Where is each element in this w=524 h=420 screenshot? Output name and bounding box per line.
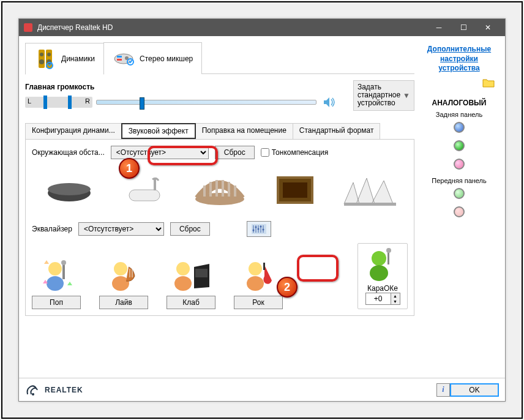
preset-live-icon <box>102 257 145 293</box>
loudness-checkbox[interactable]: Тонкомпенсация <box>261 148 329 157</box>
svg-rect-15 <box>154 179 156 190</box>
balance-r-label: R <box>85 97 90 105</box>
svg-point-28 <box>47 276 64 291</box>
svg-point-30 <box>61 260 66 265</box>
subtab-room-correction[interactable]: Поправка на помещение <box>195 123 293 139</box>
info-button[interactable]: i <box>436 383 450 397</box>
preset-rock-icon <box>237 257 280 293</box>
tab-stereo-mix[interactable]: Стерео микшер <box>103 42 202 74</box>
environment-label: Окружающая обста... <box>32 148 105 157</box>
karaoke-panel: КараОКе ▲▼ <box>357 243 408 309</box>
realtek-logo: REALTEK <box>25 383 83 397</box>
tab-speakers[interactable]: Динамики <box>25 43 104 75</box>
maximize-button[interactable]: ☐ <box>451 19 476 36</box>
realtek-manager-window: Диспетчер Realtek HD ─ ☐ ✕ Динамики Стер… <box>18 18 506 402</box>
jack-rear-green[interactable] <box>454 140 465 151</box>
environment-reset-button[interactable]: Сброс <box>215 146 255 159</box>
device-tabs: Динамики Стерео микшер <box>25 42 414 74</box>
jack-front-green[interactable] <box>454 188 465 199</box>
graphic-eq-button[interactable] <box>247 221 271 237</box>
svg-rect-8 <box>117 56 122 58</box>
loudness-label: Тонкомпенсация <box>272 148 329 157</box>
balance-slider[interactable]: L R <box>25 97 92 108</box>
preset-rock-button[interactable]: Рок <box>234 296 283 309</box>
advanced-settings-link[interactable]: Дополнительные настройки устройства <box>419 45 499 73</box>
karaoke-label: КараОКе <box>367 284 398 293</box>
svg-point-25 <box>260 225 261 227</box>
svg-point-43 <box>32 393 34 396</box>
svg-point-23 <box>255 226 256 228</box>
svg-point-39 <box>372 251 386 266</box>
close-button[interactable]: ✕ <box>476 19 500 36</box>
main-volume-slider[interactable] <box>96 100 316 105</box>
svg-point-31 <box>114 262 127 276</box>
set-default-label: Задать стандартное устройство <box>357 83 400 108</box>
subtab-default-format[interactable]: Стандартный формат <box>293 123 381 139</box>
equalizer-label: Эквалайзер <box>32 225 72 233</box>
pitch-up[interactable]: ▲ <box>391 293 400 299</box>
jack-rear-pink[interactable] <box>454 159 465 170</box>
set-default-device[interactable]: Задать стандартное устройство ▼ <box>353 80 414 111</box>
svg-point-4 <box>39 59 44 64</box>
speaker-icon <box>24 23 32 32</box>
svg-point-40 <box>370 265 388 281</box>
svg-rect-0 <box>39 50 45 68</box>
env-preset-bathroom[interactable] <box>111 170 178 210</box>
environment-select[interactable]: <Отсутствует> <box>111 146 209 159</box>
svg-point-37 <box>247 276 264 291</box>
jack-rear-blue[interactable] <box>454 122 465 133</box>
svg-point-34 <box>174 276 192 291</box>
preset-pop-button[interactable]: Поп <box>32 296 81 309</box>
preset-live-button[interactable]: Лайв <box>99 296 148 309</box>
titlebar[interactable]: Диспетчер Realtek HD ─ ☐ ✕ <box>19 19 505 36</box>
mute-button[interactable] <box>320 94 337 111</box>
balance-l-label: L <box>28 97 31 105</box>
tab-stereo-mix-label: Стерео микшер <box>140 54 193 63</box>
svg-rect-19 <box>283 182 307 198</box>
env-preset-opera[interactable] <box>337 170 404 210</box>
svg-rect-41 <box>387 251 389 264</box>
subtab-speaker-config[interactable]: Конфигурация динами... <box>25 123 122 139</box>
svg-rect-38 <box>263 263 265 270</box>
karaoke-pitch-stepper[interactable]: ▲▼ <box>365 293 400 305</box>
svg-rect-35 <box>195 269 208 277</box>
volume-title: Главная громкость <box>25 83 337 91</box>
preset-club-icon <box>170 257 212 293</box>
svg-point-26 <box>262 228 264 230</box>
svg-point-24 <box>257 228 259 230</box>
speakers-icon <box>34 48 56 70</box>
svg-point-27 <box>48 262 62 276</box>
svg-rect-14 <box>129 190 160 201</box>
svg-point-2 <box>40 53 43 56</box>
env-preset-stone[interactable] <box>36 170 103 210</box>
chevron-down-icon: ▼ <box>403 91 410 100</box>
front-panel-label: Передняя панель <box>432 177 487 184</box>
svg-rect-20 <box>344 203 396 206</box>
svg-point-13 <box>48 183 91 195</box>
svg-rect-29 <box>62 264 65 279</box>
svg-rect-9 <box>117 59 122 61</box>
equalizer-reset-button[interactable]: Сброс <box>170 222 210 236</box>
preset-club-button[interactable]: Клаб <box>167 296 215 309</box>
rear-panel-label: Задняя панель <box>436 111 482 118</box>
karaoke-icon <box>364 247 401 284</box>
ok-button[interactable]: OK <box>450 383 499 397</box>
window-title: Диспетчер Realtek HD <box>37 23 113 32</box>
minimize-button[interactable]: ─ <box>427 19 451 36</box>
karaoke-pitch-value[interactable] <box>366 293 391 304</box>
equalizer-select[interactable]: <Отсутствует> <box>78 222 164 236</box>
env-preset-arena[interactable] <box>186 170 253 210</box>
svg-point-3 <box>47 53 51 56</box>
stereo-mix-icon <box>113 48 135 70</box>
pitch-down[interactable]: ▼ <box>391 299 400 304</box>
env-preset-hallway[interactable] <box>261 170 329 210</box>
svg-point-42 <box>386 248 391 253</box>
tab-speakers-label: Динамики <box>61 54 95 63</box>
svg-point-33 <box>176 262 190 276</box>
svg-point-36 <box>249 262 262 276</box>
folder-icon[interactable] <box>482 77 495 90</box>
analog-label: АНАЛОГОВЫЙ <box>432 99 487 107</box>
jack-front-pink[interactable] <box>454 206 465 217</box>
svg-point-22 <box>252 229 254 231</box>
subtab-sound-effect[interactable]: Звуковой эффект <box>121 123 196 139</box>
